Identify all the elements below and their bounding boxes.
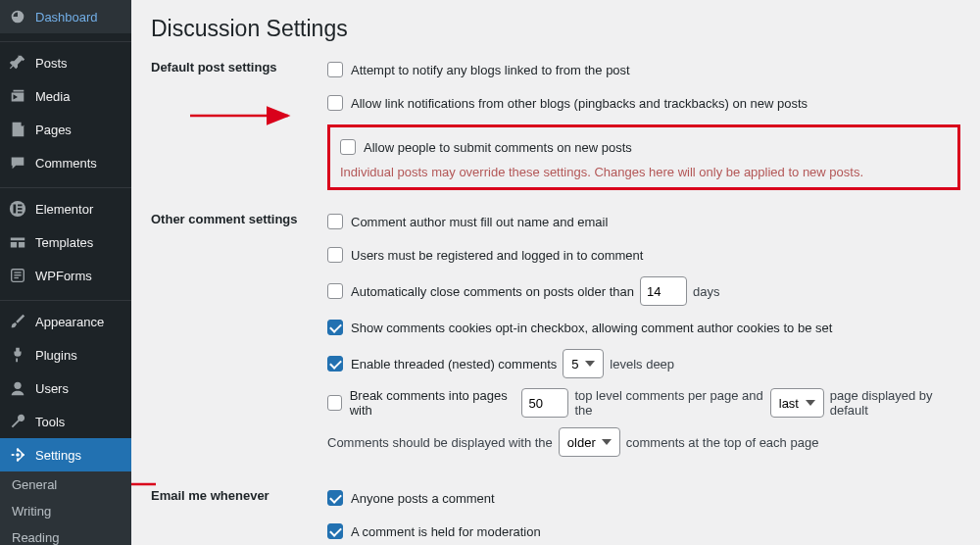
checkbox-pingbacks[interactable]	[327, 95, 343, 111]
settings-content: Discussion Settings Default post setting…	[131, 0, 980, 545]
label-display-post: comments at the top of each page	[626, 435, 819, 450]
sidebar-item-posts[interactable]: Posts	[0, 46, 131, 79]
label-allow-comments: Allow people to submit comments on new p…	[364, 140, 632, 155]
label-break-pre: Break comments into pages with	[350, 388, 516, 418]
section-heading-other: Other comment settings	[151, 210, 327, 226]
sidebar-item-media[interactable]: Media	[0, 79, 131, 113]
svg-rect-2	[18, 205, 23, 207]
label-display-pre: Comments should be displayed with the	[327, 435, 553, 450]
sidebar-item-label: Posts	[35, 56, 68, 71]
sidebar-item-pages[interactable]: Pages	[0, 113, 131, 146]
select-thread-levels[interactable]: 5	[563, 349, 604, 378]
sidebar-item-settings[interactable]: Settings	[0, 438, 131, 471]
label-auto-close-pre: Automatically close comments on posts ol…	[351, 284, 634, 299]
label-pingbacks: Allow link notifications from other blog…	[351, 96, 808, 111]
section-heading-email: Email me whenever	[151, 486, 327, 503]
menu-separator	[0, 296, 131, 301]
wpforms-icon	[8, 266, 27, 285]
label-break-post: page displayed by default	[830, 388, 960, 418]
checkbox-name-email[interactable]	[327, 214, 343, 229]
svg-rect-7	[14, 274, 21, 275]
input-close-days[interactable]	[640, 276, 687, 306]
label-threaded-pre: Enable threaded (nested) comments	[351, 357, 557, 372]
sidebar-item-comments[interactable]: Comments	[0, 146, 131, 179]
label-email-moderation: A comment is held for moderation	[351, 524, 541, 539]
svg-rect-1	[14, 205, 17, 214]
svg-point-9	[14, 382, 21, 389]
settings-submenu: General Writing Reading Discussion Media…	[0, 471, 131, 545]
menu-separator	[0, 183, 131, 188]
label-cookies: Show comments cookies opt-in checkbox, a…	[351, 321, 832, 335]
sidebar-item-label: Users	[35, 381, 69, 396]
label-notify-blogs: Attempt to notify any blogs linked to fr…	[351, 63, 630, 77]
comment-icon	[8, 153, 27, 173]
sidebar-item-label: Appearance	[35, 315, 104, 329]
svg-rect-4	[18, 212, 23, 214]
checkbox-threaded[interactable]	[327, 356, 343, 372]
annotation-arrow-bottom	[131, 472, 161, 496]
sidebar-item-label: Media	[35, 89, 70, 104]
wrench-icon	[8, 412, 27, 431]
pin-icon	[8, 53, 27, 73]
svg-point-15	[16, 453, 20, 457]
sidebar-item-label: WPForms	[35, 269, 92, 283]
templates-icon	[8, 232, 27, 252]
menu-separator	[0, 37, 131, 42]
annotation-arrow-top	[190, 104, 298, 127]
dashboard-icon	[8, 7, 27, 26]
section-heading-default-post: Default post settings	[151, 58, 327, 74]
sidebar-item-label: Pages	[35, 123, 72, 137]
label-auto-close-post: days	[693, 284, 719, 299]
sidebar-item-label: Tools	[35, 415, 65, 429]
highlight-allow-comments: Allow people to submit comments on new p…	[327, 124, 960, 190]
sidebar-item-tools[interactable]: Tools	[0, 405, 131, 438]
svg-rect-8	[14, 277, 19, 278]
sidebar-item-label: Plugins	[35, 348, 77, 363]
label-break-mid: top level comments per page and the	[574, 388, 763, 418]
label-email-anyone: Anyone posts a comment	[351, 491, 495, 506]
checkbox-break-pages[interactable]	[327, 395, 342, 411]
sidebar-item-label: Templates	[35, 235, 93, 250]
checkbox-auto-close[interactable]	[327, 283, 343, 299]
checkbox-registered[interactable]	[327, 247, 343, 263]
sidebar-item-label: Settings	[35, 448, 81, 463]
select-comment-order[interactable]: older	[559, 427, 620, 457]
submenu-writing[interactable]: Writing	[0, 498, 131, 524]
page-title: Discussion Settings	[151, 16, 960, 42]
sidebar-item-label: Elementor	[35, 202, 93, 217]
checkbox-cookies[interactable]	[327, 320, 343, 335]
checkbox-email-moderation[interactable]	[327, 523, 343, 539]
elementor-icon	[8, 199, 27, 219]
checkbox-email-anyone[interactable]	[327, 490, 343, 506]
media-icon	[8, 86, 27, 106]
sidebar-item-plugins[interactable]: Plugins	[0, 338, 131, 372]
svg-rect-6	[14, 272, 21, 272]
checkbox-notify-blogs[interactable]	[327, 62, 343, 77]
sidebar-item-wpforms[interactable]: WPForms	[0, 259, 131, 292]
pages-icon	[8, 120, 27, 139]
label-threaded-post: levels deep	[610, 357, 674, 372]
select-page-order[interactable]: last	[770, 388, 824, 418]
sidebar-item-users[interactable]: Users	[0, 372, 131, 405]
plugin-icon	[8, 345, 27, 365]
submenu-reading[interactable]: Reading	[0, 524, 131, 545]
svg-rect-3	[18, 208, 23, 210]
sidebar-item-elementor[interactable]: Elementor	[0, 192, 131, 225]
user-icon	[8, 378, 27, 398]
sidebar-item-templates[interactable]: Templates	[0, 225, 131, 259]
label-name-email: Comment author must fill out name and em…	[351, 215, 608, 229]
gear-icon	[8, 445, 27, 465]
admin-sidebar: Dashboard Posts Media Pages Comments Ele…	[0, 0, 131, 545]
label-registered: Users must be registered and logged in t…	[351, 248, 643, 263]
checkbox-allow-comments[interactable]	[340, 139, 356, 155]
input-per-page[interactable]	[521, 388, 568, 418]
submenu-general[interactable]: General	[0, 471, 131, 498]
sidebar-item-appearance[interactable]: Appearance	[0, 305, 131, 338]
sidebar-item-label: Dashboard	[35, 10, 98, 25]
brush-icon	[8, 312, 27, 331]
sidebar-item-dashboard[interactable]: Dashboard	[0, 0, 131, 33]
sidebar-item-label: Comments	[35, 156, 97, 171]
note-override: Individual posts may override these sett…	[340, 165, 948, 179]
